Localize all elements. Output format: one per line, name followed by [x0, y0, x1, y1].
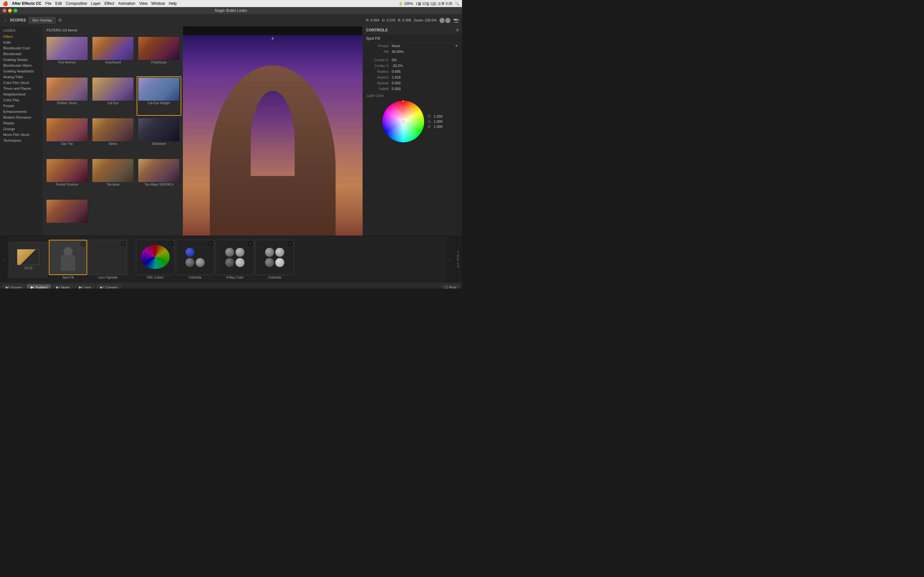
main-layout: LOOKS Filters Indie Blockbuster Cool Blo… [0, 26, 462, 235]
filter-cat-eye[interactable]: Cat Eye [90, 76, 135, 116]
sidebar-item-grunge[interactable]: Grunge [0, 126, 43, 132]
window-title: Magic Bullet Looks [215, 8, 247, 13]
filter-silvertone[interactable]: Silvertone [137, 117, 181, 156]
pipe-tab-source[interactable]: ▶| Source [2, 284, 26, 288]
sidebar-item-filters[interactable]: Filters [0, 34, 43, 39]
sidebar-item-replay[interactable]: Replay [0, 120, 43, 126]
pipe-tab-camera[interactable]: ▶| Camera [96, 284, 121, 288]
colorista1-thumb[interactable]: ✕ [176, 240, 214, 275]
view-menu[interactable]: View [139, 1, 148, 6]
hsl-label: HSL Colors [147, 276, 164, 279]
effect-menu[interactable]: Effect [105, 1, 114, 6]
filter-cat-eye-relight[interactable]: Cat Eye Relight [137, 76, 181, 116]
sidebar-item-grading-setups[interactable]: Grading Setups [0, 57, 43, 63]
sidebar-item-analog-tribe[interactable]: Analog Tribe [0, 74, 43, 80]
preview-chevron-up-icon[interactable]: ▲ [270, 35, 275, 40]
subject-thumb[interactable]: ✕ [49, 240, 87, 275]
controls-header: CONTROLS ↺ [363, 26, 462, 34]
close-button[interactable] [3, 9, 6, 13]
sidebar-item-people[interactable]: People [0, 103, 43, 109]
colorista2-thumb[interactable]: ✕ [255, 240, 294, 275]
sphere-blue-tr [196, 248, 205, 257]
sidebar-item-modern-romance[interactable]: Modern Romance [0, 114, 43, 120]
sidebar-item-blockbuster[interactable]: Blockbuster [0, 51, 43, 57]
skin-overlay-button[interactable]: Skin Overlay [29, 17, 55, 23]
filter-too-many-seatacs[interactable]: Too Many SEATACs [137, 158, 181, 197]
four-way-thumb[interactable]: ✕ [216, 240, 254, 275]
four-way-slot: ✕ 4-Way Color [216, 240, 254, 279]
filter-thumb-partial [47, 200, 87, 223]
settings-icon[interactable]: ⚙ [58, 18, 62, 23]
sidebar-item-indie[interactable]: Indie [0, 39, 43, 45]
looks-header: LOOKS [0, 26, 43, 34]
filter-thumb-too-many [138, 159, 179, 182]
sidebar-item-neighborhood[interactable]: Neighborhood [0, 91, 43, 97]
subject-tab-icon: ▶| [31, 285, 34, 288]
maximize-button[interactable] [13, 9, 17, 13]
empty-close-icon[interactable]: ✕ [121, 242, 126, 246]
empty-thumb[interactable]: ✕ [89, 240, 127, 275]
pipe-tab-matte[interactable]: ▶| Matte [52, 284, 73, 288]
left-nav-arrow[interactable]: ‹ [3, 18, 7, 23]
filter-greyhound[interactable]: Greyhound [90, 35, 135, 75]
filter-rubber-seoul[interactable]: Rubber Seoul [45, 76, 89, 116]
file-menu[interactable]: File [45, 1, 51, 6]
filter-partial[interactable] [45, 198, 89, 234]
sidebar-item-mono-film[interactable]: Mono Film Stock [0, 132, 43, 137]
bottom-slots: sRGB ✕ Spot Fill ✕ [8, 236, 447, 283]
preset-dropdown-icon[interactable]: ▼ [455, 44, 458, 48]
pipe-tab-lens[interactable]: ▶| Lens [75, 284, 95, 288]
circle-dots-icon[interactable]: ⬤⬤ [439, 17, 451, 23]
pipe-tab-subject[interactable]: ▶| Subject [27, 284, 51, 288]
animation-menu[interactable]: Animation [118, 1, 135, 6]
filter-tanzania[interactable]: Tanzania [90, 158, 135, 197]
color-wheel-dot[interactable] [402, 120, 405, 123]
sidebar-item-color-film-stock[interactable]: Color Film Stock [0, 80, 43, 85]
hsl-thumb[interactable]: ✕ [136, 240, 174, 275]
bottom-right-nav[interactable]: › [447, 236, 454, 283]
app-menu[interactable]: After Effects CC [12, 1, 41, 6]
filter-pulphouse[interactable]: Pulphouse [137, 35, 181, 75]
colorista2-close-icon[interactable]: ✕ [288, 242, 292, 246]
minimize-button[interactable] [8, 9, 12, 13]
four-way-close-icon[interactable]: ✕ [248, 242, 252, 246]
hsl-wheel-preview [141, 245, 170, 269]
radius-label: Radius: [367, 69, 389, 73]
reset-icon[interactable]: ↺ [456, 28, 459, 32]
preset-label: Preset: [367, 44, 389, 48]
layer-menu[interactable]: Layer [91, 1, 101, 6]
help-menu[interactable]: Help [169, 1, 177, 6]
subject-close-icon[interactable]: ✕ [81, 242, 86, 246]
sphere-blue-tl [186, 248, 194, 257]
source-thumb[interactable]: sRGB [9, 242, 47, 277]
filter-label-too-many: Too Many SEATACs [144, 183, 173, 186]
window-menu[interactable]: Window [151, 1, 165, 6]
filter-label-first-avenue: First Avenue [58, 61, 76, 64]
sidebar-item-times-places[interactable]: Times and Places [0, 85, 43, 91]
color-wheel[interactable] [383, 101, 424, 142]
filter-first-avenue[interactable]: First Avenue [45, 35, 89, 75]
sidebar-item-color-play[interactable]: Color Play [0, 97, 43, 103]
colorista1-close-icon[interactable]: ✕ [208, 242, 213, 246]
menu-search-icon[interactable]: 🔍 [455, 2, 459, 6]
empty-slot: ✕ Lens Vignette [89, 240, 127, 279]
sidebar-item-blockbuster-warm[interactable]: Blockbuster Warm [0, 63, 43, 68]
filter-rocket-science[interactable]: Rocket Science [45, 158, 89, 197]
edit-menu[interactable]: Edit [55, 1, 62, 6]
apple-menu[interactable]: 🍎 [3, 1, 8, 6]
sidebar-item-grading-headstarts[interactable]: Grading Headstarts [0, 68, 43, 74]
sidebar-item-blockbuster-cool[interactable]: Blockbuster Cool [0, 45, 43, 51]
filter-day-trip[interactable]: Day Trip [45, 117, 89, 156]
composition-menu[interactable]: Composition [66, 1, 87, 6]
camera-icon[interactable]: 📷 [453, 18, 459, 23]
bottom-left-nav[interactable]: ‹ [0, 236, 8, 283]
lens-tab-icon: ▶| [79, 285, 82, 288]
pipe-tab-post[interactable]: ☐ Post [441, 284, 460, 288]
sphere-gray2 [236, 248, 244, 257]
hsl-close-icon[interactable]: ✕ [168, 242, 173, 246]
menu-clock: 1월 12일 (금) 오후 3:25 [416, 1, 452, 6]
scopes-bar: ‹ SCOPES Skin Overlay ⚙ R: 0.564 G: 0.37… [0, 14, 462, 26]
filter-sierra[interactable]: Sierra [90, 117, 135, 156]
sidebar-item-techniques[interactable]: Techniques [0, 137, 43, 143]
sidebar-item-enhancements[interactable]: Enhancements [0, 109, 43, 114]
